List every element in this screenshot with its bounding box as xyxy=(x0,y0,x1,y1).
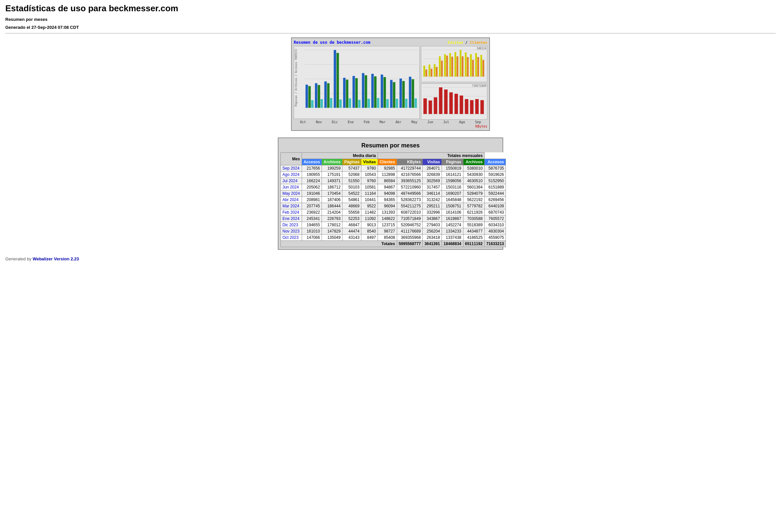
svg-rect-52 xyxy=(441,60,443,77)
col-visitas-header: Visitas xyxy=(361,159,378,165)
page-title: Estadísticas de uso para beckmesser.com xyxy=(5,3,776,13)
svg-rect-57 xyxy=(454,52,456,77)
svg-rect-6 xyxy=(308,86,311,108)
clientes-cell: 94867 xyxy=(378,184,397,190)
visitas-cell: 10543 xyxy=(361,172,378,178)
svg-rect-56 xyxy=(452,57,453,77)
archivos-cell: 187406 xyxy=(322,197,342,203)
kbytes-cell: 487449566 xyxy=(397,190,423,197)
svg-rect-53 xyxy=(444,54,446,77)
header-group-row: Mes Media diaria Totales mensuales xyxy=(281,153,506,159)
visitas2-cell: 256204 xyxy=(423,228,442,234)
month-link[interactable]: Mar 2024 xyxy=(282,204,299,208)
table-row: May 2024 191046 170454 54522 11164 94098… xyxy=(281,190,506,197)
month-jun: Jun xyxy=(427,120,433,124)
col-mes-header: Mes xyxy=(281,153,302,165)
svg-rect-77 xyxy=(444,89,448,114)
visitas-cell: 9780 xyxy=(361,165,378,172)
month-link[interactable]: Dic 2023 xyxy=(282,223,298,227)
paginas-cell: 50103 xyxy=(342,184,361,190)
clientes-cell: 94365 xyxy=(378,197,397,203)
subtitle2: Generado el 27-Sep-2024 07:08 CDT xyxy=(5,24,776,31)
visitas2-cell: 302569 xyxy=(423,178,442,184)
visitas-cell: 11482 xyxy=(361,209,378,216)
month-link[interactable]: Sep 2024 xyxy=(282,166,299,171)
oct-bars xyxy=(305,85,314,108)
svg-rect-60 xyxy=(462,56,463,77)
svg-rect-7 xyxy=(311,100,313,108)
kbytes-cell: 608722010 xyxy=(397,209,423,216)
svg-rect-68 xyxy=(482,60,484,77)
visitas2-cell: 326839 xyxy=(423,172,442,178)
table-row: Abr 2024 208981 187406 54861 10441 94365… xyxy=(281,197,506,203)
chart-box: Resumen de uso de beckmesser.com Visitas… xyxy=(291,37,490,131)
clientes-cell: 92985 xyxy=(378,165,397,172)
svg-rect-31 xyxy=(386,99,388,108)
svg-rect-84 xyxy=(480,100,484,114)
clientes-cell: 96094 xyxy=(378,203,397,209)
media-diaria-header: Media diaria xyxy=(302,153,378,159)
svg-rect-74 xyxy=(428,101,432,114)
archivos-cell: 175191 xyxy=(322,172,342,178)
archivos2-cell: 5284079 xyxy=(463,190,484,197)
svg-rect-65 xyxy=(476,53,477,77)
archivos-cell: 149371 xyxy=(322,178,342,184)
col-accesos-header: Accesos xyxy=(302,159,322,165)
month-link[interactable]: Abr 2024 xyxy=(282,197,299,202)
feb-bars xyxy=(343,78,351,108)
month-ene: Ene xyxy=(348,120,354,124)
svg-rect-79 xyxy=(454,94,458,114)
accesos2-cell: 6034310 xyxy=(484,222,505,228)
chart-months: Oct Nov Dic Ene Feb Mar Abr May Jun Jul … xyxy=(294,120,487,124)
month-link[interactable]: Jun 2024 xyxy=(282,185,299,189)
archivos2-cell: 6211926 xyxy=(463,209,484,216)
footer-link[interactable]: Webalizer Version 2.23 xyxy=(33,256,79,261)
svg-rect-20 xyxy=(353,76,355,108)
svg-rect-12 xyxy=(327,83,329,108)
col-accesos2-header: Accesos xyxy=(484,159,505,165)
jul-bars xyxy=(390,80,398,108)
paginas2-cell: 1503116 xyxy=(442,184,463,190)
accesos2-cell: 5922444 xyxy=(484,190,505,197)
svg-rect-45 xyxy=(423,65,425,77)
accesos-cell: 191046 xyxy=(302,190,322,197)
kbytes-cell: 710571849 xyxy=(397,216,423,222)
month-cell: Sep 2024 xyxy=(281,165,302,172)
visitas-cell: 9760 xyxy=(361,178,378,184)
totales-kbytes: 5995568777 xyxy=(397,241,423,247)
svg-rect-34 xyxy=(396,99,398,108)
month-link[interactable]: Ene 2024 xyxy=(282,216,299,221)
month-link[interactable]: Nov 2023 xyxy=(282,229,299,233)
divider xyxy=(5,33,776,34)
accesos-cell: 190955 xyxy=(302,172,322,178)
archivos2-cell: 7030588 xyxy=(463,216,484,222)
svg-rect-66 xyxy=(477,57,479,77)
month-link[interactable]: Feb 2024 xyxy=(282,210,299,215)
svg-rect-28 xyxy=(377,98,379,108)
month-link[interactable]: May 2024 xyxy=(282,191,300,196)
svg-rect-16 xyxy=(339,99,342,108)
accesos-cell: 161010 xyxy=(302,228,322,234)
paginas2-cell: 1508751 xyxy=(442,203,463,209)
visitas2-cell: 332996 xyxy=(423,209,442,216)
svg-rect-38 xyxy=(409,77,411,108)
col-visitas2-header: Visitas xyxy=(423,159,442,165)
chart-kbytes-panel: 710571849 xyxy=(421,84,487,120)
month-link[interactable]: Ago 2024 xyxy=(282,172,299,177)
accesos-cell: 236922 xyxy=(302,209,322,216)
month-may: May xyxy=(411,120,417,124)
totales-row: Totales 5995568777 3641391 18468834 6511… xyxy=(281,241,506,247)
svg-rect-15 xyxy=(336,53,339,108)
chart-left-panel: Páginas / Archivos / Accesos 7605572 xyxy=(294,46,420,119)
totales-visitas2: 3641391 xyxy=(423,241,442,247)
svg-rect-32 xyxy=(390,80,393,108)
archivos2-cell: 5601384 xyxy=(463,184,484,190)
visitas2-cell: 346114 xyxy=(423,190,442,197)
subtitle1: Resumen por meses xyxy=(5,16,776,23)
month-link[interactable]: Oct 2023 xyxy=(282,235,299,240)
totales-accesos2: 71633213 xyxy=(484,241,505,247)
month-link[interactable]: Jul 2024 xyxy=(282,179,297,183)
svg-rect-18 xyxy=(346,80,348,108)
abr-bars xyxy=(362,73,370,108)
accesos2-cell: 5919626 xyxy=(484,172,505,178)
